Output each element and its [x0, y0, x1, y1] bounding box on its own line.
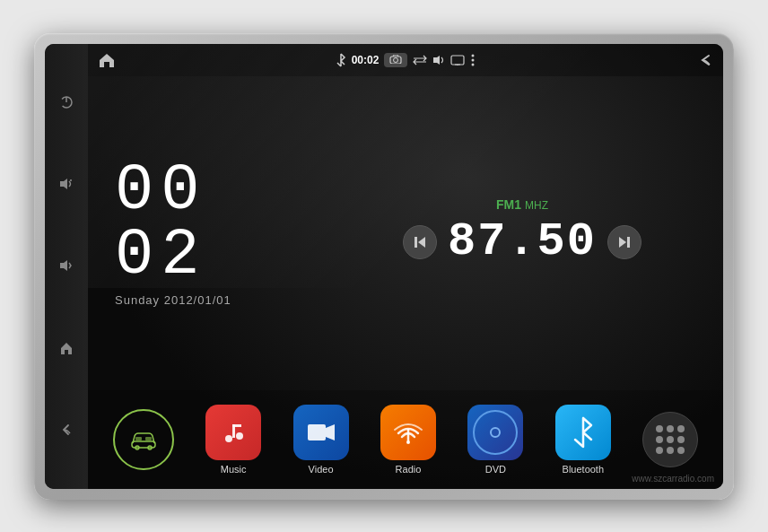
- dot-9: [677, 447, 685, 454]
- svg-rect-17: [415, 237, 417, 248]
- bluetooth-app-label: Bluetooth: [563, 464, 604, 475]
- status-center: 00:02: [336, 53, 476, 67]
- car-radio-device: 00:02: [34, 33, 734, 500]
- main-screen: 00:02: [88, 44, 723, 489]
- status-left: [99, 53, 336, 67]
- dot-6: [677, 436, 685, 443]
- dvd-app-item[interactable]: DVD: [467, 405, 523, 475]
- bluetooth-status-icon: [336, 53, 346, 67]
- date-display: Sunday 2012/01/01: [115, 293, 231, 307]
- fm-label-row: FM1 MHZ: [496, 197, 548, 212]
- dvd-inner-ring: [473, 410, 518, 455]
- watermark: www.szcarradio.com: [632, 474, 714, 484]
- svg-point-14: [472, 58, 475, 61]
- more-app-icon: [642, 412, 698, 467]
- car-icon: [129, 429, 158, 450]
- volume-up-button[interactable]: [57, 174, 76, 194]
- dot-2: [667, 425, 674, 432]
- nav-app-icon: [113, 409, 174, 470]
- camera-pill: [384, 53, 407, 67]
- dot-3: [677, 425, 685, 432]
- screen-icon: [450, 55, 465, 65]
- svg-rect-19: [627, 237, 630, 248]
- home-icon: [99, 53, 115, 67]
- radio-icon: [393, 417, 423, 448]
- swap-icon: [413, 55, 427, 65]
- bluetooth-app-icon: [555, 405, 611, 460]
- svg-marker-2: [60, 179, 67, 189]
- svg-rect-23: [135, 437, 142, 440]
- back-button[interactable]: [57, 420, 76, 440]
- status-right: [476, 53, 712, 67]
- music-app-icon: [205, 405, 261, 460]
- radio-section: FM1 MHZ 87.50: [321, 76, 723, 390]
- svg-marker-16: [418, 237, 425, 248]
- status-time: 00:02: [352, 54, 380, 66]
- svg-rect-10: [451, 56, 464, 65]
- home-button[interactable]: [57, 338, 76, 358]
- svg-point-31: [406, 440, 410, 444]
- device-inner: 00:02: [45, 44, 723, 489]
- svg-marker-5: [60, 260, 67, 271]
- status-bar: 00:02: [88, 44, 723, 76]
- svg-rect-24: [145, 437, 152, 440]
- svg-marker-30: [326, 424, 335, 440]
- dot-7: [656, 447, 663, 454]
- time-section: 00 02 Sunday 2012/01/01: [88, 76, 321, 390]
- radio-prev-button[interactable]: [403, 225, 437, 259]
- volume-down-button[interactable]: [57, 256, 76, 275]
- dot-1: [656, 425, 663, 432]
- video-icon: [306, 419, 336, 446]
- dvd-app-icon: [467, 405, 523, 460]
- radio-controls: 87.50: [403, 215, 641, 268]
- more-app-item[interactable]: [642, 412, 698, 467]
- volume-icon: [432, 55, 445, 65]
- svg-point-15: [472, 63, 475, 65]
- music-app-item[interactable]: Music: [205, 405, 261, 475]
- dot-8: [667, 447, 674, 454]
- left-sidebar: [45, 44, 88, 489]
- music-app-label: Music: [221, 464, 247, 475]
- svg-rect-28: [232, 424, 241, 427]
- radio-next-button[interactable]: [607, 225, 641, 259]
- dots-grid: [649, 418, 692, 461]
- dvd-app-label: DVD: [485, 464, 506, 475]
- radio-frequency: 87.50: [448, 215, 597, 268]
- music-icon: [220, 419, 247, 446]
- back-nav-icon: [696, 53, 712, 67]
- power-button[interactable]: [57, 92, 76, 112]
- clock-display: 00 02: [115, 159, 303, 288]
- dot-4: [656, 436, 663, 443]
- bluetooth-app-item[interactable]: Bluetooth: [555, 405, 611, 475]
- svg-point-26: [236, 432, 243, 440]
- svg-marker-9: [433, 56, 440, 65]
- video-app-label: Video: [309, 464, 334, 475]
- app-dock: Music Video: [88, 390, 723, 489]
- bluetooth-icon: [572, 416, 595, 449]
- dvd-center-hole: [490, 427, 501, 438]
- svg-marker-18: [619, 237, 626, 248]
- radio-app-label: Radio: [396, 464, 422, 475]
- svg-point-25: [225, 435, 232, 442]
- radio-app-icon: [380, 405, 436, 460]
- fm-band-label: FM1: [496, 197, 521, 212]
- video-app-icon: [293, 405, 349, 460]
- svg-rect-29: [308, 424, 326, 440]
- svg-point-8: [394, 57, 398, 62]
- mhz-label: MHZ: [525, 199, 548, 212]
- video-app-item[interactable]: Video: [293, 405, 349, 475]
- dot-5: [667, 436, 674, 443]
- radio-app-item[interactable]: Radio: [380, 405, 436, 475]
- nav-app-item[interactable]: [113, 409, 174, 470]
- svg-point-13: [472, 54, 475, 57]
- main-content: 00 02 Sunday 2012/01/01 FM1 MHZ: [88, 76, 723, 390]
